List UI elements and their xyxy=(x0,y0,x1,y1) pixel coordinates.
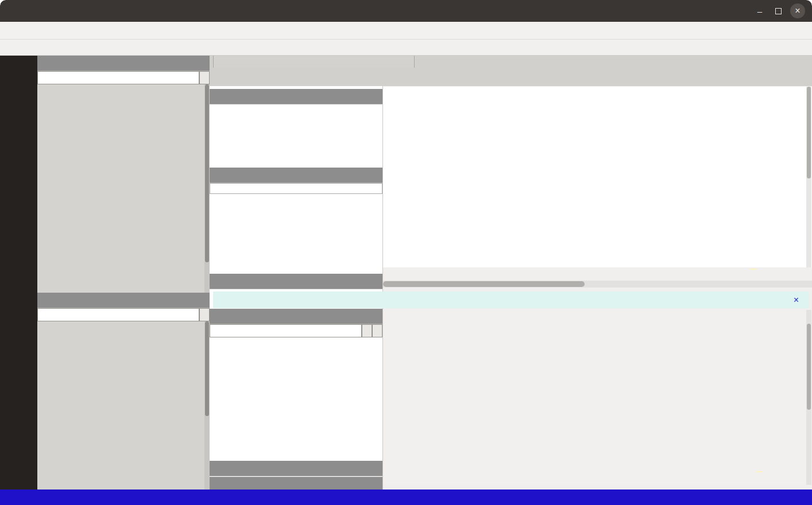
detail-grid xyxy=(383,310,812,485)
tables-panel-header[interactable] xyxy=(37,293,210,308)
master-detail-bar: × xyxy=(213,292,809,308)
grid-vscrollbar[interactable] xyxy=(806,310,811,485)
tables-tree xyxy=(37,321,210,490)
connections-search-row xyxy=(37,71,210,84)
form-view xyxy=(383,87,812,267)
form-hscrollbar[interactable] xyxy=(383,281,812,288)
tables-search-input[interactable] xyxy=(37,308,199,321)
references-search-input[interactable] xyxy=(210,183,382,194)
references-panel-bottom xyxy=(210,461,382,476)
minimize-button[interactable]: – xyxy=(752,3,767,18)
cell-data-panel xyxy=(210,274,382,289)
tables-search-row xyxy=(37,308,210,321)
close-button[interactable]: × xyxy=(790,3,805,18)
master-close-button[interactable]: × xyxy=(794,295,802,305)
form-vscrollbar[interactable] xyxy=(806,87,811,267)
references-panel-header[interactable] xyxy=(210,168,382,183)
cell-data-panel-header[interactable] xyxy=(210,274,382,289)
connections-search-input[interactable] xyxy=(37,71,199,84)
icon-rail xyxy=(0,56,37,490)
columns-panel xyxy=(210,309,382,340)
window-title xyxy=(0,0,812,22)
dbgate-window: – × xyxy=(0,0,812,505)
sidebar xyxy=(37,56,210,490)
tables-refresh-button[interactable] xyxy=(199,308,210,321)
tab-group-header xyxy=(213,56,415,68)
tables-scrollbar[interactable] xyxy=(204,321,210,490)
left-dock xyxy=(210,86,383,490)
close-icon: × xyxy=(794,295,799,305)
connections-panel-header[interactable] xyxy=(37,56,210,71)
maximize-button[interactable] xyxy=(771,3,786,18)
connections-scrollbar[interactable] xyxy=(204,84,210,293)
menubar xyxy=(0,22,812,39)
main-area: × xyxy=(210,56,812,490)
columns-hide-button[interactable] xyxy=(362,324,372,337)
maximize-icon xyxy=(775,8,782,14)
columns-search-row xyxy=(210,324,382,337)
connections-refresh-button[interactable] xyxy=(199,71,210,84)
columns-show-button[interactable] xyxy=(372,324,382,337)
toolbar xyxy=(0,39,812,56)
database-icon xyxy=(309,59,316,65)
rows-count-badge xyxy=(756,471,763,472)
references-bottom-header[interactable] xyxy=(210,461,382,476)
filters-panel xyxy=(210,89,382,109)
status-bar xyxy=(0,490,812,505)
titlebar: – × xyxy=(0,0,812,22)
row-counter-badge xyxy=(750,269,757,270)
columns-list xyxy=(210,337,382,340)
columns-panel-header[interactable] xyxy=(210,309,382,324)
filters-panel-header[interactable] xyxy=(210,89,382,104)
connections-tree xyxy=(37,84,210,293)
columns-search-input[interactable] xyxy=(210,324,362,337)
link-icon xyxy=(220,296,229,304)
tabstrip xyxy=(210,56,812,86)
references-panel xyxy=(210,168,382,196)
